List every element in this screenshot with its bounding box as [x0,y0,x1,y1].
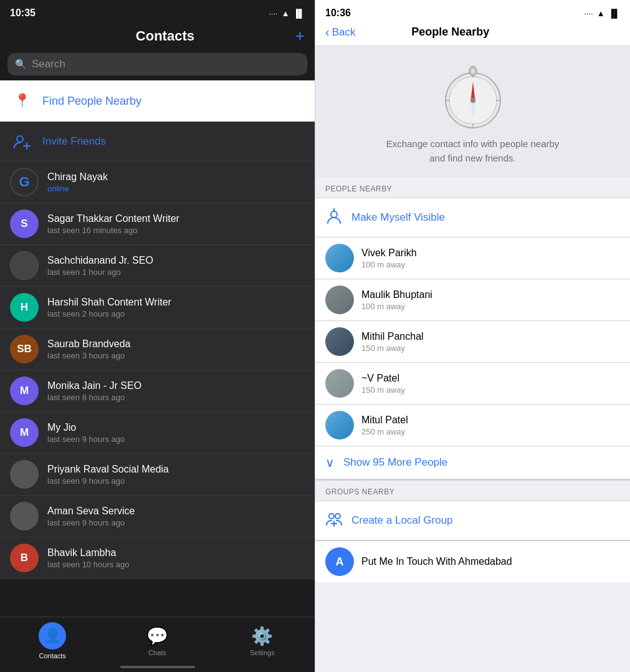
search-placeholder: Search [32,58,65,70]
tab-contacts-label: Contacts [39,652,65,660]
person-info-vpatel: ~V Patel 150 m away [361,373,620,395]
person-name: Maulik Bhuptani [361,289,620,300]
contact-status: last seen 8 hours ago [47,393,305,402]
make-myself-visible-item[interactable]: Make Myself Visible [315,198,630,238]
person-name: Vivek Parikh [361,247,620,259]
avatar-priyank [10,460,39,489]
tab-bar: 👤 Contacts 💬 Chats ⚙️ Settings [0,617,315,672]
contact-item-priyank[interactable]: Priyank Raval Social Media last seen 9 h… [0,454,315,496]
contact-name: Priyank Raval Social Media [47,464,305,475]
hero-text-line2: and find new friends. [386,151,560,166]
add-contact-button[interactable]: + [295,26,305,46]
contact-name: Harshil Shah Content Writer [47,297,305,308]
show-more-people-item[interactable]: ∨ Show 95 More People [315,446,630,479]
contact-item-bhavik[interactable]: B Bhavik Lambha last seen 10 hours ago [0,537,315,579]
left-panel: 10:35 ···· ▲ ▐▌ Contacts + 🔍 Search 📍 Fi… [0,0,315,672]
contacts-list: 📍 Find People Nearby Invite Friends G Ch… [0,80,315,617]
compass-icon [442,66,504,128]
contact-status: last seen 9 hours ago [47,434,305,444]
location-pin-icon: 📍 [10,89,34,113]
groups-nearby-header: GROUPS NEARBY [315,480,630,501]
contact-name: Chirag Nayak [47,171,305,183]
contact-item-monika[interactable]: M Monika Jain - Jr SEO last seen 8 hours… [0,370,315,412]
people-list: Make Myself Visible Vivek Parikh 100 m a… [315,198,630,480]
status-bar-right: 10:36 ···· ▲ ▐▌ [315,0,630,21]
contact-item-saurab[interactable]: SB Saurab Brandveda last seen 3 hours ag… [0,329,315,370]
avatar-myjio: M [10,418,39,447]
person-distance: 250 m away [361,427,620,436]
wifi-icon: ▲ [282,9,290,18]
person-item-mitul[interactable]: Mitul Patel 250 m away [315,405,630,446]
person-item-vpatel[interactable]: ~V Patel 150 m away [315,363,630,405]
person-distance: 150 m away [361,343,620,353]
contacts-title: Contacts [35,28,295,44]
invite-friends-item[interactable]: Invite Friends [0,122,315,161]
contact-status: last seen 10 hours ago [47,560,305,569]
svg-point-0 [17,136,23,142]
contact-info-harshil: Harshil Shah Content Writer last seen 2 … [47,297,305,319]
status-icons-right: ···· ▲ ▐▌ [584,9,620,18]
contact-name: My Jio [47,422,305,433]
nav-bar: ‹ Back People Nearby [315,21,630,46]
page-title: People Nearby [318,26,583,39]
contact-info-bhavik: Bhavik Lambha last seen 10 hours ago [47,547,305,569]
create-local-group-item[interactable]: Create a Local Group [315,501,630,540]
people-nearby-header-text: PEOPLE NEARBY [325,185,392,193]
groups-nearby-header-text: GROUPS NEARBY [325,487,394,496]
groups-nearby-section: GROUPS NEARBY Create a Local Group A [315,480,630,582]
tab-settings[interactable]: ⚙️ Settings [210,626,315,656]
person-name: ~V Patel [361,373,620,384]
hero-text-line1: Exchange contact info with people nearby [386,137,560,151]
person-item-maulik[interactable]: Maulik Bhuptani 100 m away [315,279,630,321]
avatar-vpatel [325,369,354,398]
tab-contacts[interactable]: 👤 Contacts [0,622,105,660]
contact-status: last seen 9 hours ago [47,476,305,486]
contact-info-priyank: Priyank Raval Social Media last seen 9 h… [47,464,305,486]
contact-status-online: online [47,184,305,193]
contact-item-myjio[interactable]: M My Jio last seen 9 hours ago [0,412,315,454]
contact-item-harshil[interactable]: H Harshil Shah Content Writer last seen … [0,287,315,329]
tab-chats[interactable]: 💬 Chats [105,626,209,656]
wifi-icon-right: ▲ [597,9,605,18]
invite-friends-label: Invite Friends [42,135,106,148]
make-visible-icon [325,207,343,228]
put-me-name: Put Me In Touch With Ahmedabad [361,556,512,567]
find-people-nearby-item[interactable]: 📍 Find People Nearby [0,80,315,122]
search-icon: 🔍 [15,59,27,70]
time-right: 10:36 [325,7,351,19]
person-item-mithil[interactable]: Mithil Panchal 150 m away [315,321,630,363]
contact-name: Aman Seva Service [47,506,305,517]
battery-icon-right: ▐▌ [609,9,620,18]
avatar-mithil [325,327,354,356]
contact-info-monika: Monika Jain - Jr SEO last seen 8 hours a… [47,380,305,402]
contact-info-sachchidanand: Sachchidanand Jr. SEO last seen 1 hour a… [47,255,305,277]
avatar-chirag: G [10,168,39,196]
svg-point-11 [470,98,475,103]
status-bar-left: 10:35 ···· ▲ ▐▌ [0,0,315,21]
put-me-in-touch-item[interactable]: A Put Me In Touch With Ahmedabad [315,540,630,582]
avatar-monika: M [10,377,39,405]
create-group-icon [325,510,343,531]
avatar-bhavik: B [10,544,39,572]
person-name: Mitul Patel [361,415,620,426]
person-item-vivek[interactable]: Vivek Parikh 100 m away [315,238,630,279]
contact-info-myjio: My Jio last seen 9 hours ago [47,422,305,444]
contact-item-sachchidanand[interactable]: Sachchidanand Jr. SEO last seen 1 hour a… [0,245,315,287]
contact-item-sagar[interactable]: S Sagar Thakkar Content Writer last seen… [0,203,315,245]
avatar-aman [10,502,39,530]
chats-icon: 💬 [146,626,168,646]
status-icons-left: ···· ▲ ▐▌ [269,9,305,18]
contact-item-aman[interactable]: Aman Seva Service last seen 9 hours ago [0,496,315,537]
contacts-tab-icon-wrap: 👤 [39,622,66,650]
contact-name: Bhavik Lambha [47,547,305,559]
avatar-saurab: SB [10,335,39,363]
settings-gear-icon: ⚙️ [251,626,273,646]
person-name: Mithil Panchal [361,331,620,342]
signal-dots-icon: ···· [269,9,277,18]
hero-description: Exchange contact info with people nearby… [386,137,560,165]
person-info-vivek: Vivek Parikh 100 m away [361,247,620,269]
home-indicator [120,666,195,668]
person-distance: 100 m away [361,260,620,269]
contact-item-chirag[interactable]: G Chirag Nayak online [0,161,315,203]
search-bar[interactable]: 🔍 Search [7,53,307,75]
